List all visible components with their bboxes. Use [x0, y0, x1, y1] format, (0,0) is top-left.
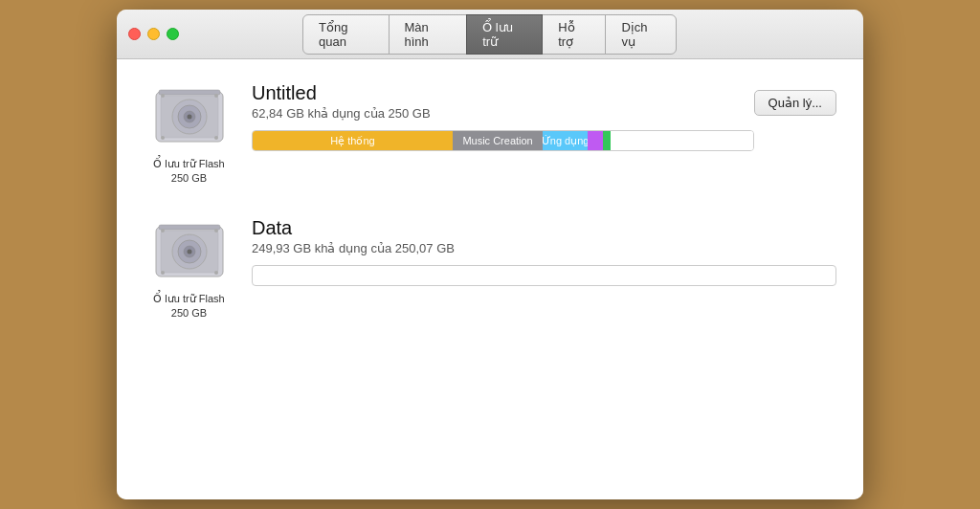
bar-segment: [588, 131, 603, 150]
drive-type-label-drive-data: Ổ lưu trữ Flash250 GB: [153, 292, 224, 321]
drive-capacity-drive-data: 249,93 GB khả dụng của 250,07 GB: [252, 241, 836, 255]
hdd-icon-drive-data: [151, 217, 228, 286]
drive-info-drive-untitled: Untitled62,84 GB khả dụng của 250 GBHệ t…: [252, 82, 836, 151]
drive-row-drive-data: Data249,93 GB khả dụng của 250,07 GB: [252, 217, 836, 286]
bar-segment: [611, 131, 753, 150]
content-area: Ổ lưu trữ Flash250 GBUntitled62,84 GB kh…: [117, 59, 863, 499]
tab-bar: Tổng quanMàn hìnhỔ lưu trữHỗ trợDịch vụ: [303, 14, 677, 55]
minimize-button[interactable]: [147, 28, 160, 40]
bar-segment: [603, 131, 611, 150]
svg-point-16: [187, 249, 191, 254]
svg-rect-17: [159, 225, 220, 230]
tab-dich-vu[interactable]: Dịch vụ: [605, 14, 677, 55]
svg-point-19: [214, 229, 218, 232]
maximize-button[interactable]: [167, 28, 179, 40]
svg-point-20: [161, 271, 165, 275]
bar-segment: Ứng dụng: [543, 131, 588, 150]
svg-point-5: [187, 115, 191, 120]
titlebar: Tổng quanMàn hìnhỔ lưu trữHỗ trợDịch vụ: [117, 10, 863, 59]
storage-bar-empty-drive-data: [252, 265, 836, 286]
svg-point-8: [214, 94, 218, 98]
svg-point-18: [161, 229, 165, 232]
bar-segment: Hệ thống: [253, 131, 453, 150]
drive-icon-container-drive-data: Ổ lưu trữ Flash250 GB: [144, 217, 234, 321]
drive-section-drive-data: Ổ lưu trữ Flash250 GBData249,93 GB khả d…: [144, 217, 836, 321]
tab-man-hinh[interactable]: Màn hình: [389, 14, 468, 55]
manage-button-drive-untitled[interactable]: Quản lý...: [754, 90, 836, 116]
tab-o-luu-tru[interactable]: Ổ lưu trữ: [466, 14, 543, 55]
drive-name-drive-data: Data: [252, 217, 836, 239]
svg-point-9: [161, 136, 165, 140]
drive-name-drive-untitled: Untitled: [252, 82, 754, 104]
traffic-lights: [128, 28, 179, 40]
drive-section-drive-untitled: Ổ lưu trữ Flash250 GBUntitled62,84 GB kh…: [144, 82, 836, 187]
svg-point-10: [214, 136, 218, 140]
main-window: Tổng quanMàn hìnhỔ lưu trữHỗ trợDịch vụ …: [117, 10, 863, 499]
drive-icon-container-drive-untitled: Ổ lưu trữ Flash250 GB: [144, 82, 234, 187]
drive-row-drive-untitled: Untitled62,84 GB khả dụng của 250 GBHệ t…: [252, 82, 836, 151]
close-button[interactable]: [128, 28, 141, 40]
tab-ho-tro[interactable]: Hỗ trợ: [542, 14, 606, 55]
svg-rect-6: [159, 90, 220, 95]
hdd-icon-drive-untitled: [151, 82, 228, 151]
tab-tong-quan[interactable]: Tổng quan: [302, 14, 390, 55]
drive-capacity-drive-untitled: 62,84 GB khả dụng của 250 GB: [252, 106, 754, 121]
svg-point-21: [214, 271, 218, 275]
drive-type-label-drive-untitled: Ổ lưu trữ Flash250 GB: [153, 157, 224, 187]
storage-bar-drive-untitled: Hệ thốngMusic CreationỨng dụng: [252, 130, 754, 151]
drive-details-drive-data: Data249,93 GB khả dụng của 250,07 GB: [252, 217, 836, 286]
bar-segment: Music Creation: [453, 131, 543, 150]
drive-details-drive-untitled: Untitled62,84 GB khả dụng của 250 GBHệ t…: [252, 82, 754, 151]
svg-point-7: [161, 94, 165, 98]
drive-info-drive-data: Data249,93 GB khả dụng của 250,07 GB: [252, 217, 836, 286]
